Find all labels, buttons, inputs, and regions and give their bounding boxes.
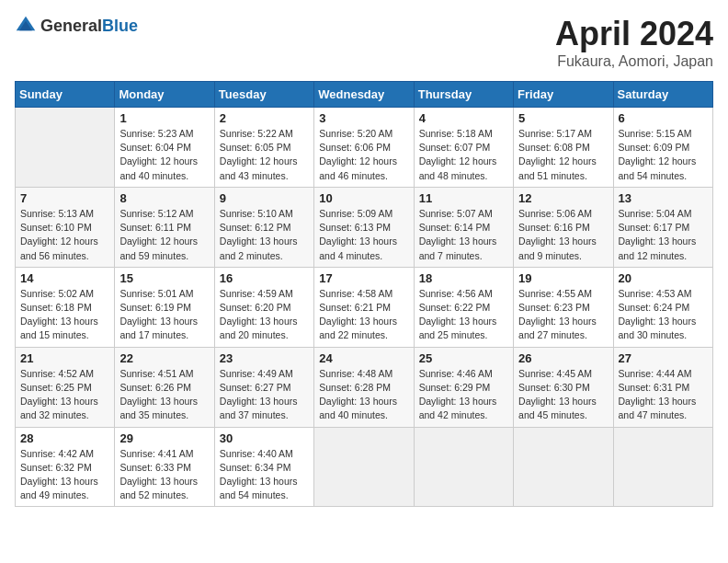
- day-number: 2: [220, 111, 309, 125]
- day-info: Sunrise: 5:06 AM Sunset: 6:16 PM Dayligh…: [518, 207, 608, 263]
- day-number: 12: [518, 191, 608, 205]
- day-info: Sunrise: 5:17 AM Sunset: 6:08 PM Dayligh…: [518, 127, 608, 183]
- calendar-cell: 2Sunrise: 5:22 AM Sunset: 6:05 PM Daylig…: [214, 108, 313, 188]
- calendar-cell: 30Sunrise: 4:40 AM Sunset: 6:34 PM Dayli…: [214, 427, 313, 507]
- logo-icon: [15, 15, 37, 37]
- day-info: Sunrise: 4:44 AM Sunset: 6:31 PM Dayligh…: [619, 367, 708, 423]
- calendar-cell: 16Sunrise: 4:59 AM Sunset: 6:20 PM Dayli…: [214, 267, 313, 347]
- day-info: Sunrise: 5:01 AM Sunset: 6:19 PM Dayligh…: [119, 287, 209, 343]
- day-info: Sunrise: 4:42 AM Sunset: 6:32 PM Dayligh…: [20, 447, 109, 503]
- calendar-cell: 17Sunrise: 4:58 AM Sunset: 6:21 PM Dayli…: [314, 267, 414, 347]
- calendar-cell: [613, 427, 712, 507]
- day-info: Sunrise: 5:04 AM Sunset: 6:17 PM Dayligh…: [619, 207, 708, 263]
- calendar-cell: 7Sunrise: 5:13 AM Sunset: 6:10 PM Daylig…: [16, 187, 115, 267]
- day-number: 20: [619, 271, 708, 285]
- day-number: 13: [619, 191, 708, 205]
- calendar-cell: 3Sunrise: 5:20 AM Sunset: 6:06 PM Daylig…: [314, 108, 414, 188]
- day-number: 1: [119, 111, 209, 125]
- day-info: Sunrise: 5:20 AM Sunset: 6:06 PM Dayligh…: [319, 127, 408, 183]
- calendar-cell: 24Sunrise: 4:48 AM Sunset: 6:28 PM Dayli…: [314, 347, 414, 427]
- day-number: 25: [419, 351, 508, 365]
- calendar-week-row: 14Sunrise: 5:02 AM Sunset: 6:18 PM Dayli…: [16, 267, 713, 347]
- day-number: 23: [220, 351, 309, 365]
- calendar-cell: 22Sunrise: 4:51 AM Sunset: 6:26 PM Dayli…: [115, 347, 214, 427]
- calendar-cell: [514, 427, 613, 507]
- day-number: 7: [20, 191, 109, 205]
- day-info: Sunrise: 5:18 AM Sunset: 6:07 PM Dayligh…: [419, 127, 508, 183]
- day-number: 21: [20, 351, 109, 365]
- day-info: Sunrise: 5:07 AM Sunset: 6:14 PM Dayligh…: [419, 207, 508, 263]
- calendar-cell: [314, 427, 414, 507]
- calendar-cell: 23Sunrise: 4:49 AM Sunset: 6:27 PM Dayli…: [214, 347, 313, 427]
- calendar-week-row: 1Sunrise: 5:23 AM Sunset: 6:04 PM Daylig…: [16, 108, 713, 188]
- calendar-cell: 12Sunrise: 5:06 AM Sunset: 6:16 PM Dayli…: [514, 187, 613, 267]
- day-number: 29: [119, 431, 209, 445]
- calendar-day-header: Friday: [514, 82, 613, 108]
- calendar-day-header: Monday: [115, 82, 214, 108]
- day-info: Sunrise: 4:53 AM Sunset: 6:24 PM Dayligh…: [619, 287, 708, 343]
- day-number: 11: [419, 191, 508, 205]
- day-info: Sunrise: 4:52 AM Sunset: 6:25 PM Dayligh…: [20, 367, 109, 423]
- day-number: 14: [20, 271, 109, 285]
- day-info: Sunrise: 4:55 AM Sunset: 6:23 PM Dayligh…: [518, 287, 608, 343]
- location-title: Fukaura, Aomori, Japan: [555, 53, 713, 70]
- calendar-cell: 21Sunrise: 4:52 AM Sunset: 6:25 PM Dayli…: [16, 347, 115, 427]
- logo-text-general: General: [40, 17, 102, 35]
- calendar-cell: 4Sunrise: 5:18 AM Sunset: 6:07 PM Daylig…: [414, 108, 513, 188]
- calendar-day-header: Thursday: [414, 82, 513, 108]
- day-info: Sunrise: 4:59 AM Sunset: 6:20 PM Dayligh…: [220, 287, 309, 343]
- page-header: GeneralBlue April 2024 Fukaura, Aomori, …: [15, 15, 713, 70]
- calendar-day-header: Tuesday: [214, 82, 313, 108]
- day-info: Sunrise: 4:51 AM Sunset: 6:26 PM Dayligh…: [119, 367, 209, 423]
- day-info: Sunrise: 5:10 AM Sunset: 6:12 PM Dayligh…: [220, 207, 309, 263]
- day-info: Sunrise: 4:40 AM Sunset: 6:34 PM Dayligh…: [220, 447, 309, 503]
- calendar-cell: 28Sunrise: 4:42 AM Sunset: 6:32 PM Dayli…: [16, 427, 115, 507]
- title-area: April 2024 Fukaura, Aomori, Japan: [555, 15, 713, 70]
- day-info: Sunrise: 4:49 AM Sunset: 6:27 PM Dayligh…: [220, 367, 309, 423]
- day-info: Sunrise: 4:46 AM Sunset: 6:29 PM Dayligh…: [419, 367, 508, 423]
- calendar-week-row: 7Sunrise: 5:13 AM Sunset: 6:10 PM Daylig…: [16, 187, 713, 267]
- month-title: April 2024: [555, 15, 713, 53]
- day-number: 28: [20, 431, 109, 445]
- calendar-cell: 20Sunrise: 4:53 AM Sunset: 6:24 PM Dayli…: [613, 267, 712, 347]
- calendar-cell: 11Sunrise: 5:07 AM Sunset: 6:14 PM Dayli…: [414, 187, 513, 267]
- day-number: 15: [119, 271, 209, 285]
- day-info: Sunrise: 5:09 AM Sunset: 6:13 PM Dayligh…: [319, 207, 408, 263]
- calendar-cell: 1Sunrise: 5:23 AM Sunset: 6:04 PM Daylig…: [115, 108, 214, 188]
- day-info: Sunrise: 5:15 AM Sunset: 6:09 PM Dayligh…: [619, 127, 708, 183]
- day-info: Sunrise: 4:45 AM Sunset: 6:30 PM Dayligh…: [518, 367, 608, 423]
- day-number: 18: [419, 271, 508, 285]
- day-number: 3: [319, 111, 408, 125]
- day-number: 19: [518, 271, 608, 285]
- day-number: 30: [220, 431, 309, 445]
- day-number: 10: [319, 191, 408, 205]
- calendar-day-header: Sunday: [16, 82, 115, 108]
- calendar-cell: [414, 427, 513, 507]
- day-info: Sunrise: 5:02 AM Sunset: 6:18 PM Dayligh…: [20, 287, 109, 343]
- day-number: 22: [119, 351, 209, 365]
- day-info: Sunrise: 4:58 AM Sunset: 6:21 PM Dayligh…: [319, 287, 408, 343]
- day-number: 27: [619, 351, 708, 365]
- calendar-day-header: Saturday: [613, 82, 712, 108]
- calendar-cell: 15Sunrise: 5:01 AM Sunset: 6:19 PM Dayli…: [115, 267, 214, 347]
- day-number: 4: [419, 111, 508, 125]
- calendar-cell: 5Sunrise: 5:17 AM Sunset: 6:08 PM Daylig…: [514, 108, 613, 188]
- day-number: 17: [319, 271, 408, 285]
- calendar-cell: 18Sunrise: 4:56 AM Sunset: 6:22 PM Dayli…: [414, 267, 513, 347]
- day-number: 8: [119, 191, 209, 205]
- day-number: 9: [220, 191, 309, 205]
- calendar-cell: 26Sunrise: 4:45 AM Sunset: 6:30 PM Dayli…: [514, 347, 613, 427]
- calendar-day-header: Wednesday: [314, 82, 414, 108]
- day-info: Sunrise: 5:23 AM Sunset: 6:04 PM Dayligh…: [119, 127, 209, 183]
- calendar-week-row: 28Sunrise: 4:42 AM Sunset: 6:32 PM Dayli…: [16, 427, 713, 507]
- calendar-week-row: 21Sunrise: 4:52 AM Sunset: 6:25 PM Dayli…: [16, 347, 713, 427]
- day-number: 16: [220, 271, 309, 285]
- calendar-table: SundayMondayTuesdayWednesdayThursdayFrid…: [15, 81, 713, 507]
- calendar-cell: 13Sunrise: 5:04 AM Sunset: 6:17 PM Dayli…: [613, 187, 712, 267]
- calendar-cell: 27Sunrise: 4:44 AM Sunset: 6:31 PM Dayli…: [613, 347, 712, 427]
- calendar-cell: 14Sunrise: 5:02 AM Sunset: 6:18 PM Dayli…: [16, 267, 115, 347]
- calendar-cell: 19Sunrise: 4:55 AM Sunset: 6:23 PM Dayli…: [514, 267, 613, 347]
- day-number: 26: [518, 351, 608, 365]
- day-info: Sunrise: 4:56 AM Sunset: 6:22 PM Dayligh…: [419, 287, 508, 343]
- calendar-cell: [16, 108, 115, 188]
